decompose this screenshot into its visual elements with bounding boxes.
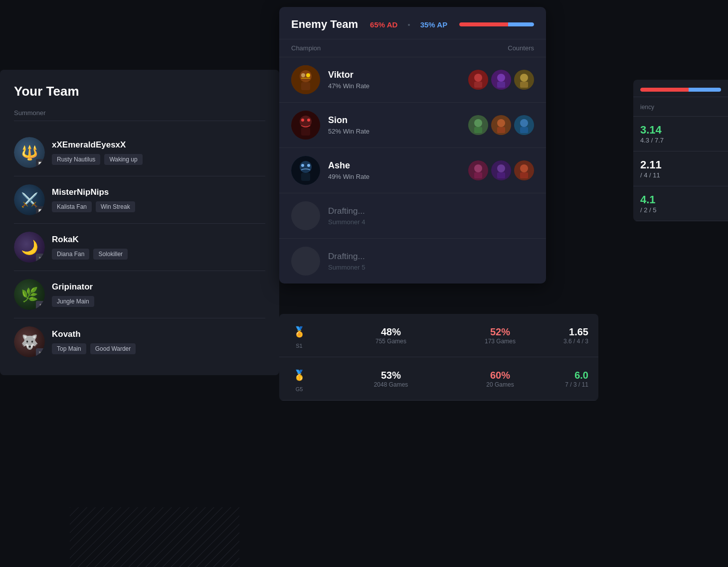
summoner-name: RokaK <box>52 235 265 245</box>
partial-kda-detail-1: 4.3 / 7.7 <box>640 137 721 144</box>
counter-icon-3 <box>514 70 534 90</box>
champion-row-sion[interactable]: Sion 52% Win Rate <box>279 103 546 148</box>
tag: Win Streak <box>96 201 135 212</box>
winrate-value: 48% <box>315 326 467 338</box>
summoner-info: Kovath Top Main Good Warder <box>52 329 265 354</box>
svg-rect-4 <box>301 82 310 90</box>
svg-point-6 <box>306 73 310 77</box>
summoner-row[interactable]: 🐺 ✖ Kovath Top Main Good Warder <box>14 318 265 365</box>
damage-bar <box>459 22 534 26</box>
rank-badge: 🔲 <box>36 159 45 168</box>
avatar: 🌙 ✖ <box>14 232 45 263</box>
svg-rect-27 <box>497 127 505 133</box>
damage-bar-inner <box>459 22 534 26</box>
tag: Kalista Fan <box>52 201 92 212</box>
summoner-name: Kovath <box>52 329 265 339</box>
summoner-row[interactable]: 🌿 ⬆ Gripinator Jungle Main <box>14 271 265 318</box>
drafting-title: Drafting... <box>328 206 365 216</box>
tags: Kalista Fan Win Streak <box>52 201 265 212</box>
summoner-row[interactable]: 🔱 🔲 xXEmeraldEyesxX Rusty Nautilus Wakin… <box>14 129 265 176</box>
tags: Top Main Good Warder <box>52 343 265 354</box>
svg-rect-13 <box>497 82 505 88</box>
rank-block: 🥇 G5 <box>289 365 309 392</box>
summoner-info: MisterNipNips Kalista Fan Win Streak <box>52 187 265 212</box>
drafting-details: Drafting... Summoner 4 <box>328 206 365 226</box>
rank-block: 🏅 S1 <box>289 322 309 349</box>
games-count: 2048 Games <box>315 381 467 388</box>
summoner-info: xXEmeraldEyesxX Rusty Nautilus Waking up <box>52 140 265 165</box>
svg-point-40 <box>497 164 505 172</box>
champion-name: Sion <box>328 115 460 126</box>
champion-wr: 60% <box>473 370 528 381</box>
champion-winrate: 47% Win Rate <box>328 82 460 90</box>
svg-rect-1 <box>70 507 239 567</box>
stat-winrate-block: 48% 755 Games <box>315 326 467 345</box>
kda-value: 6.0 <box>534 370 588 381</box>
counters-col-header: Counters <box>508 44 534 52</box>
svg-rect-33 <box>301 173 310 181</box>
avatar: 🐺 ✖ <box>14 326 45 357</box>
svg-point-12 <box>497 74 505 82</box>
your-team-panel: Your Team Summoner 🔱 🔲 xXEmeraldEyesxX R… <box>0 70 279 375</box>
svg-rect-38 <box>474 172 482 178</box>
svg-rect-19 <box>301 128 310 136</box>
svg-point-21 <box>307 119 310 122</box>
stat-winrate-block: 53% 2048 Games <box>315 370 467 388</box>
tags: Rusty Nautilus Waking up <box>52 154 265 165</box>
champion-row-viktor[interactable]: Viktor 47% Win Rate <box>279 57 546 103</box>
efficiency-header: iency <box>633 97 728 117</box>
summoner-row[interactable]: ⚔️ 🔲 MisterNipNips Kalista Fan Win Strea… <box>14 176 265 224</box>
your-team-title: Your Team <box>14 84 265 99</box>
dot-separator: • <box>407 20 410 29</box>
games-count: 755 Games <box>315 338 467 345</box>
tags: Jungle Main <box>52 296 265 307</box>
rank-icon: 🏅 <box>289 322 309 342</box>
tag: Good Warder <box>90 343 136 354</box>
champion-row-ashe[interactable]: Ashe 49% Win Rate <box>279 148 546 193</box>
drafting-row-5: Drafting... Summoner 5 <box>279 239 546 284</box>
rank-badge: ✖ <box>36 254 45 263</box>
svg-point-15 <box>520 74 528 82</box>
ad-bar-fill <box>459 22 508 26</box>
partial-kda-detail-2: / 4 / 11 <box>640 171 721 179</box>
champion-icon <box>291 65 320 94</box>
champion-col-header: Champion <box>291 44 321 52</box>
counter-icon-5 <box>491 115 511 135</box>
svg-point-26 <box>497 119 505 127</box>
drafting-summoner: Summoner 5 <box>328 264 365 271</box>
counter-icons <box>468 70 534 90</box>
kda-block: 6.0 7 / 3 / 11 <box>534 370 588 388</box>
rank-badge: ⬆ <box>36 301 45 310</box>
summoner-row[interactable]: 🌙 ✖ RokaK Diana Fan Solokiller <box>14 224 265 271</box>
champion-name: Ashe <box>328 160 460 171</box>
partial-kda-3: 4.1 <box>640 193 721 206</box>
drafting-row-4: Drafting... Summoner 4 <box>279 193 546 239</box>
tag: Top Main <box>52 343 86 354</box>
champion-details: Sion 52% Win Rate <box>328 115 460 135</box>
counter-icons <box>468 115 534 135</box>
champion-icon <box>291 156 320 185</box>
tags: Diana Fan Solokiller <box>52 249 265 260</box>
svg-rect-16 <box>520 82 528 88</box>
partial-stats-panel: iency 3.14 4.3 / 7.7 2.11 / 4 / 11 4.1 /… <box>633 80 728 221</box>
champ-wr-block: 60% 20 Games <box>473 370 528 388</box>
kda-detail: 3.6 / 4 / 3 <box>534 338 588 345</box>
summoner-name: Gripinator <box>52 282 265 292</box>
svg-point-9 <box>474 74 482 82</box>
partial-stat-3: 4.1 / 2 / 5 <box>633 186 728 221</box>
rank-label: S1 <box>289 343 309 349</box>
summoner-name: MisterNipNips <box>52 187 265 197</box>
drafting-details: Drafting... Summoner 5 <box>328 252 365 271</box>
counter-icon-4 <box>468 115 488 135</box>
rank-label: G5 <box>289 386 309 392</box>
partial-kda-2: 2.11 <box>640 158 721 171</box>
ap-label: 35% AP <box>420 20 447 29</box>
ad-fill <box>640 88 689 92</box>
svg-rect-10 <box>474 82 482 88</box>
champion-icon <box>291 111 320 140</box>
rank-icon: 🥇 <box>289 365 309 385</box>
svg-rect-44 <box>520 172 528 178</box>
svg-rect-30 <box>520 127 528 133</box>
tag: Solokiller <box>93 249 128 260</box>
tag: Diana Fan <box>52 249 89 260</box>
